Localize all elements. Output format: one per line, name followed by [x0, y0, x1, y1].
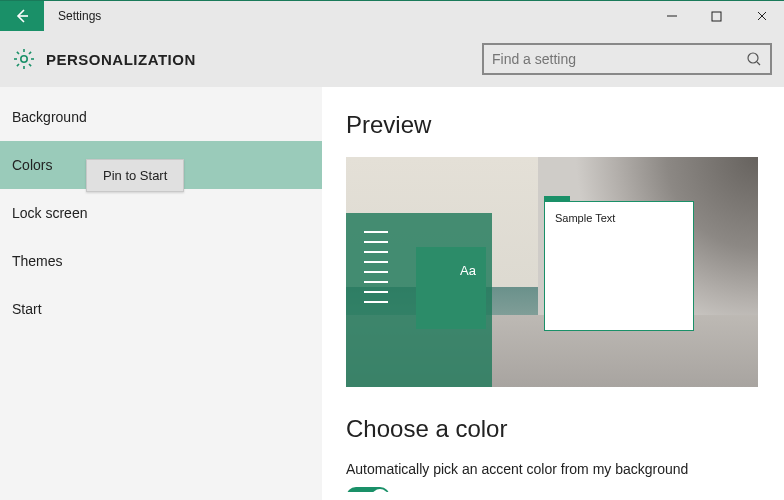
close-button[interactable] — [739, 1, 784, 31]
svg-line-14 — [757, 62, 760, 65]
settings-window: Settings PERSONALIZATION — [0, 0, 784, 500]
window-title: Settings — [44, 1, 115, 31]
sidebar-item-background[interactable]: Background — [0, 93, 322, 141]
titlebar: Settings — [0, 1, 784, 31]
preview-sample-text: Sample Text — [545, 202, 693, 234]
back-button[interactable] — [0, 1, 44, 31]
search-input[interactable] — [492, 51, 746, 67]
svg-rect-1 — [712, 12, 721, 21]
sidebar-item-label: Start — [12, 301, 42, 317]
arrow-left-icon — [14, 8, 30, 24]
sidebar-item-lock-screen[interactable]: Lock screen — [0, 189, 322, 237]
preview-ruler — [364, 231, 388, 311]
maximize-button[interactable] — [694, 1, 739, 31]
preview-sample-tab — [544, 196, 570, 202]
gear-icon — [12, 47, 36, 71]
sidebar-item-label: Background — [12, 109, 87, 125]
sidebar-item-themes[interactable]: Themes — [0, 237, 322, 285]
svg-line-12 — [17, 64, 19, 66]
minimize-icon — [666, 10, 678, 22]
svg-line-10 — [29, 64, 31, 66]
search-icon — [746, 51, 762, 67]
page-title: PERSONALIZATION — [46, 51, 196, 68]
close-icon — [756, 10, 768, 22]
sidebar-item-label: Lock screen — [12, 205, 87, 221]
context-menu: Pin to Start — [86, 159, 184, 192]
choose-color-heading: Choose a color — [346, 415, 760, 443]
preview-heading: Preview — [346, 111, 760, 139]
header: PERSONALIZATION — [0, 31, 784, 87]
context-menu-item-pin-to-start[interactable]: Pin to Start — [89, 164, 181, 187]
minimize-button[interactable] — [649, 1, 694, 31]
body: Background Colors Lock screen Themes Sta… — [0, 87, 784, 500]
sidebar-item-label: Themes — [12, 253, 63, 269]
search-box[interactable] — [482, 43, 772, 75]
svg-line-11 — [29, 52, 31, 54]
preview-tile: Aa — [416, 247, 486, 329]
auto-pick-label: Automatically pick an accent color from … — [346, 461, 760, 477]
sidebar-item-label: Colors — [12, 157, 52, 173]
preview-thumbnail: Aa Sample Text — [346, 157, 758, 387]
content: Preview Aa Sample Text Choose a color Au… — [322, 87, 784, 500]
svg-point-13 — [748, 53, 758, 63]
maximize-icon — [711, 11, 722, 22]
preview-sample-window: Sample Text — [544, 201, 694, 331]
svg-point-4 — [21, 56, 27, 62]
sidebar: Background Colors Lock screen Themes Sta… — [0, 87, 322, 500]
preview-tile-label: Aa — [460, 263, 476, 278]
sidebar-item-start[interactable]: Start — [0, 285, 322, 333]
svg-line-9 — [17, 52, 19, 54]
